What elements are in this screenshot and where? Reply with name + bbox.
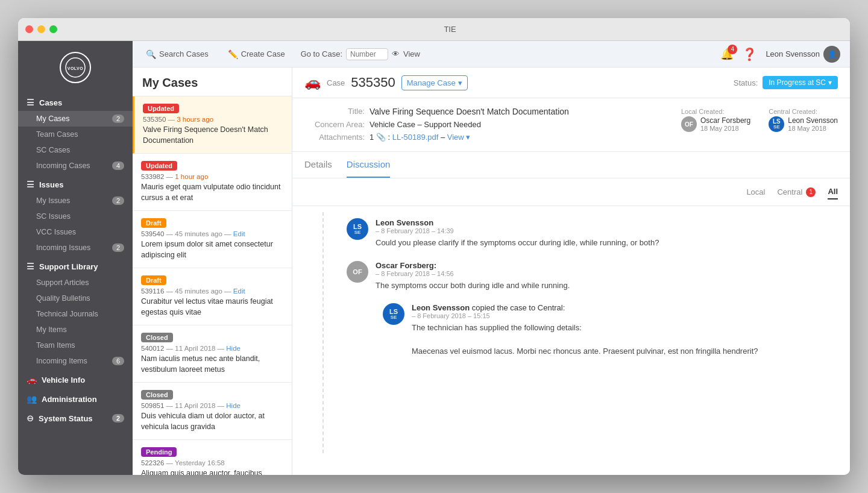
detail-header: 🚗 Case 535350 Manage Case ▾ Status: In P…	[292, 68, 850, 98]
discussion-panel: Local Central 1 All	[292, 178, 850, 475]
sidebar-section-system-status[interactable]: ⊖ System Status 2	[18, 407, 133, 427]
eye-icon: 👁	[392, 49, 400, 58]
filter-tab-all[interactable]: All	[828, 184, 838, 199]
sidebar-item-my-cases[interactable]: My Cases 2	[18, 111, 133, 127]
cases-panel: My Cases Updated 535350 — 3 hours ago	[133, 68, 292, 475]
case-id: 533982	[141, 173, 164, 180]
sidebar-section-issues[interactable]: ☰ Issues	[18, 174, 133, 193]
search-cases-button[interactable]: 🔍 Search Cases	[142, 47, 212, 61]
hide-link[interactable]: Hide	[226, 402, 241, 409]
message-author: Oscar Forsberg:	[376, 261, 838, 270]
team-items-label: Team Items	[36, 341, 75, 350]
create-case-button[interactable]: ✏️ Create Case	[224, 47, 289, 61]
system-status-label: System Status	[39, 414, 93, 423]
message-text: The symptoms occur both during idle and …	[376, 280, 838, 292]
issues-section-icon: ☰	[27, 180, 34, 189]
title-label: Title:	[304, 107, 365, 116]
title-row: Title: Valve Firing Sequence Doesn't Mat…	[304, 107, 681, 116]
sidebar-item-team-cases[interactable]: Team Cases	[18, 127, 133, 142]
case-item[interactable]: Draft 539540 — 45 minutes ago — Edit Lor…	[133, 211, 292, 268]
local-created-block: Local Created: OF Oscar Forsberg 18 May …	[681, 108, 750, 132]
incoming-issues-badge: 2	[112, 243, 124, 252]
case-label: Case	[327, 78, 345, 87]
tab-details[interactable]: Details	[304, 152, 332, 178]
sidebar-item-quality-bulletins[interactable]: Quality Bulletins	[18, 290, 133, 306]
detail-panel: 🚗 Case 535350 Manage Case ▾ Status: In P…	[292, 68, 850, 475]
technical-journals-label: Technical Journals	[36, 310, 98, 318]
central-created-block: Central Created: LS SE	[769, 108, 838, 132]
help-button[interactable]: ❓	[742, 47, 757, 61]
goto-case-input[interactable]	[346, 48, 388, 60]
sidebar-item-incoming-items[interactable]: Incoming Items 6	[18, 353, 133, 369]
my-cases-label: My Cases	[36, 115, 70, 123]
case-item[interactable]: Draft 539116 — 45 minutes ago — Edit Cur…	[133, 268, 292, 325]
sidebar-item-my-issues[interactable]: My Issues 2	[18, 193, 133, 209]
title-bar: TIE	[18, 18, 850, 41]
manage-case-button[interactable]: Manage Case ▾	[401, 75, 468, 90]
user-avatar: 👤	[823, 46, 840, 63]
filter-tab-local[interactable]: Local	[746, 185, 765, 199]
sidebar-item-incoming-cases[interactable]: Incoming Cases 4	[18, 158, 133, 174]
case-item[interactable]: Updated 533982 — 1 hour ago Mauris eget …	[133, 154, 292, 211]
case-title: Lorem ipsum dolor sit amet consectetur a…	[141, 239, 283, 260]
sidebar-item-incoming-issues[interactable]: Incoming Issues 2	[18, 240, 133, 256]
minimize-button[interactable]	[37, 25, 45, 33]
message-avatar: LS SE	[383, 303, 404, 325]
my-items-label: My Items	[36, 325, 67, 334]
sidebar-item-sc-cases[interactable]: SC Cases	[18, 142, 133, 158]
status-pill: Updated	[141, 161, 177, 171]
case-item[interactable]: Closed 509851 — 11 April 2018 — Hide Dui…	[133, 383, 292, 440]
attachments-value: 1 📎 : LL-50189.pdf – View ▾	[370, 133, 470, 142]
attachment-name[interactable]: LL-50189.pdf	[392, 133, 439, 142]
concern-label: Concern Area:	[304, 120, 365, 129]
edit-link[interactable]: Edit	[233, 287, 245, 295]
timeline-line	[322, 212, 335, 453]
local-created-info: OF Oscar Forsberg 18 May 2018	[681, 116, 750, 132]
title-value: Valve Firing Sequence Doesn't Match Docu…	[370, 107, 569, 116]
view-label[interactable]: View	[403, 49, 420, 58]
local-created-details: Oscar Forsberg 18 May 2018	[700, 116, 750, 132]
local-avatar-initials: OF	[685, 121, 693, 128]
status-badge-button[interactable]: In Progress at SC ▾	[763, 76, 838, 89]
window-title: TIE	[57, 25, 843, 34]
issues-section-label: Issues	[39, 180, 63, 189]
hide-link[interactable]: Hide	[226, 345, 241, 352]
sidebar-section-cases[interactable]: ☰ Cases	[18, 92, 133, 111]
maximize-button[interactable]	[49, 25, 57, 33]
dropdown-icon: ▾	[458, 78, 462, 87]
incoming-issues-label: Incoming Issues	[36, 243, 90, 252]
notifications-button[interactable]: 🔔 4	[720, 48, 734, 61]
goto-case-label: Go to Case:	[301, 49, 342, 58]
edit-link[interactable]: Edit	[233, 230, 245, 237]
message-content: Leon Svensson – 8 February 2018 – 14:39 …	[376, 218, 838, 249]
sidebar-item-technical-journals[interactable]: Technical Journals	[18, 306, 133, 322]
my-cases-badge: 2	[112, 115, 124, 123]
view-attachment-link[interactable]: View ▾	[447, 133, 471, 142]
case-item[interactable]: Closed 540012 — 11 April 2018 — Hide Nam…	[133, 325, 292, 383]
status-pill: Closed	[141, 390, 173, 400]
case-title: Nam iaculis metus nec ante blandit, vest…	[141, 354, 283, 375]
case-item[interactable]: Pending 522326 — Yesterday 16:58 Aliquam…	[133, 440, 292, 475]
sidebar-item-support-articles[interactable]: Support Articles	[18, 275, 133, 290]
sidebar-section-administration[interactable]: 👥 Administration	[18, 388, 133, 407]
toolbar-right: 🔔 4 ❓ Leon Svensson 👤	[720, 46, 840, 63]
tab-discussion[interactable]: Discussion	[347, 152, 391, 178]
case-meta: 509851 — 11 April 2018 — Hide	[141, 402, 283, 409]
close-button[interactable]	[25, 25, 33, 33]
case-item[interactable]: Updated 535350 — 3 hours ago Valve Firin…	[133, 96, 292, 154]
sidebar-item-my-items[interactable]: My Items	[18, 322, 133, 338]
my-issues-badge: 2	[112, 196, 124, 205]
sidebar-item-team-items[interactable]: Team Items	[18, 338, 133, 353]
case-meta: 539540 — 45 minutes ago — Edit	[141, 230, 283, 237]
sidebar-item-vcc-issues[interactable]: VCC Issues	[18, 224, 133, 240]
vcc-issues-label: VCC Issues	[36, 228, 76, 236]
sidebar-section-vehicle-info[interactable]: 🚗 Vehicle Info	[18, 369, 133, 388]
sidebar-section-support-library[interactable]: ☰ Support Library	[18, 256, 133, 275]
user-menu[interactable]: Leon Svensson 👤	[766, 46, 840, 63]
message-avatar: OF	[347, 261, 368, 283]
filter-tab-central[interactable]: Central 1	[777, 185, 816, 199]
vehicle-icon: 🚗	[27, 375, 37, 385]
message-content: Leon Svensson copied the case to Central…	[412, 303, 838, 357]
sc-issues-label: SC Issues	[36, 212, 71, 221]
sidebar-item-sc-issues[interactable]: SC Issues	[18, 209, 133, 224]
